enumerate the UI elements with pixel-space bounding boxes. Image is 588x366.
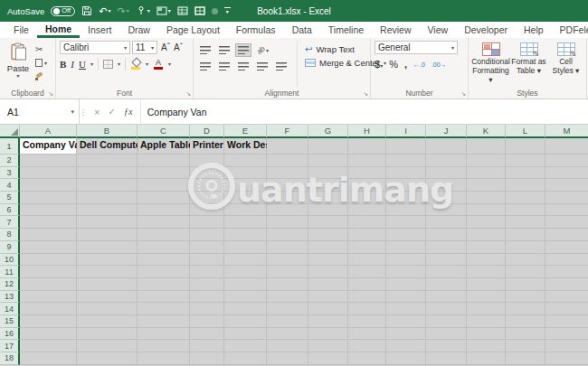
cell-F5[interactable] bbox=[267, 192, 308, 204]
cell-D1[interactable]: Printer bbox=[190, 138, 224, 155]
cell-I2[interactable] bbox=[386, 155, 426, 167]
cell-K10[interactable] bbox=[467, 254, 506, 267]
column-header-H[interactable]: H bbox=[348, 125, 386, 138]
cell-F11[interactable] bbox=[267, 266, 308, 278]
tab-developer[interactable]: Developer bbox=[456, 23, 516, 38]
column-header-B[interactable]: B bbox=[77, 125, 138, 138]
copy-button[interactable]: ▾ bbox=[35, 58, 47, 68]
increase-decimal-button[interactable]: ←.0 bbox=[413, 61, 425, 68]
cell-L6[interactable] bbox=[506, 204, 545, 217]
cell-M8[interactable] bbox=[545, 229, 588, 241]
cell-L14[interactable] bbox=[506, 303, 545, 315]
cell-I5[interactable] bbox=[386, 192, 426, 204]
cut-button[interactable]: ✂ bbox=[35, 44, 47, 54]
cell-H1[interactable] bbox=[348, 138, 386, 155]
cell-I18[interactable] bbox=[386, 352, 426, 365]
cell-M6[interactable] bbox=[545, 204, 588, 217]
cell-J8[interactable] bbox=[426, 229, 467, 241]
tab-draw[interactable]: Draw bbox=[119, 23, 158, 38]
cell-H13[interactable] bbox=[348, 291, 386, 304]
cell-K3[interactable] bbox=[467, 167, 506, 180]
cell-D14[interactable] bbox=[190, 303, 224, 315]
cell-H15[interactable] bbox=[348, 315, 386, 328]
cell-I1[interactable] bbox=[386, 138, 426, 155]
cell-B2[interactable] bbox=[77, 155, 138, 167]
paste-button[interactable]: Paste ▾ bbox=[4, 41, 33, 87]
cell-G1[interactable] bbox=[308, 138, 348, 155]
cell-B17[interactable] bbox=[77, 340, 138, 352]
cell-E13[interactable] bbox=[224, 291, 267, 304]
tab-page-layout[interactable]: Page Layout bbox=[158, 23, 228, 38]
cell-D13[interactable] bbox=[190, 291, 224, 304]
cell-G4[interactable] bbox=[308, 179, 348, 192]
format-as-table-button[interactable]: ✎ Format as Table ▾ bbox=[511, 41, 546, 87]
column-header-D[interactable]: D bbox=[190, 125, 224, 138]
cell-J1[interactable] bbox=[426, 138, 467, 155]
cell-A13[interactable] bbox=[20, 291, 77, 304]
cell-K13[interactable] bbox=[467, 291, 506, 304]
cell-F16[interactable] bbox=[267, 328, 308, 341]
bold-button[interactable]: B bbox=[60, 59, 66, 70]
cell-A4[interactable] bbox=[20, 179, 77, 192]
underline-button[interactable]: U bbox=[79, 59, 86, 70]
cell-G8[interactable] bbox=[308, 229, 348, 241]
quick-table-style-button[interactable]: ▾ bbox=[156, 5, 171, 16]
column-header-K[interactable]: K bbox=[467, 125, 506, 138]
cell-G3[interactable] bbox=[308, 167, 348, 180]
cell-M15[interactable] bbox=[545, 315, 588, 328]
cell-G17[interactable] bbox=[308, 340, 348, 352]
column-header-L[interactable]: L bbox=[506, 125, 545, 138]
cell-B10[interactable] bbox=[77, 254, 138, 267]
cell-I11[interactable] bbox=[386, 266, 426, 278]
cell-K9[interactable] bbox=[467, 241, 506, 254]
cell-L13[interactable] bbox=[506, 291, 545, 304]
alignment-dialog-launcher[interactable]: ↘ bbox=[363, 90, 368, 98]
cell-styles-button[interactable]: ✎ Cell Styles ▾ bbox=[548, 41, 583, 87]
cell-C9[interactable] bbox=[138, 241, 190, 254]
cell-M5[interactable] bbox=[545, 192, 588, 204]
cell-B8[interactable] bbox=[77, 229, 138, 241]
cell-I4[interactable] bbox=[386, 179, 426, 192]
select-all-button[interactable] bbox=[0, 125, 20, 138]
cell-L18[interactable] bbox=[506, 352, 545, 365]
cell-B13[interactable] bbox=[77, 291, 138, 304]
font-color-button[interactable]: A bbox=[153, 59, 164, 70]
cell-K17[interactable] bbox=[467, 340, 506, 352]
cell-M18[interactable] bbox=[545, 352, 588, 365]
name-box[interactable]: A1 ▾ bbox=[0, 99, 80, 124]
cell-A8[interactable] bbox=[20, 229, 77, 241]
tab-file[interactable]: File bbox=[5, 23, 37, 38]
table-button-2[interactable] bbox=[194, 5, 205, 16]
cell-J10[interactable] bbox=[426, 254, 467, 267]
cell-G18[interactable] bbox=[308, 352, 348, 365]
cell-A1[interactable]: Company Van bbox=[20, 138, 77, 155]
column-header-G[interactable]: G bbox=[308, 125, 348, 138]
row-header-17[interactable]: 17 bbox=[0, 340, 20, 352]
cell-D11[interactable] bbox=[190, 266, 224, 278]
cell-L12[interactable] bbox=[506, 278, 545, 291]
increase-indent-button[interactable] bbox=[273, 60, 289, 73]
cell-K14[interactable] bbox=[467, 303, 506, 315]
cell-C5[interactable] bbox=[138, 192, 190, 204]
cell-F13[interactable] bbox=[267, 291, 308, 304]
column-header-J[interactable]: J bbox=[426, 125, 467, 138]
cell-G9[interactable] bbox=[308, 241, 348, 254]
row-header-9[interactable]: 9 bbox=[0, 241, 20, 254]
cell-A7[interactable] bbox=[20, 216, 77, 229]
cell-H3[interactable] bbox=[348, 167, 386, 180]
cell-H11[interactable] bbox=[348, 266, 386, 278]
cell-C7[interactable] bbox=[138, 216, 190, 229]
middle-align-button[interactable] bbox=[216, 43, 232, 57]
cell-M14[interactable] bbox=[545, 303, 588, 315]
cell-I9[interactable] bbox=[386, 241, 426, 254]
cell-B1[interactable]: Dell Computer bbox=[77, 138, 138, 155]
formula-bar-grip[interactable]: ⋮ bbox=[80, 99, 87, 124]
cell-K11[interactable] bbox=[467, 266, 506, 278]
shrink-font-button[interactable]: Aˇ bbox=[174, 42, 183, 52]
cell-E9[interactable] bbox=[224, 241, 267, 254]
cell-D5[interactable] bbox=[190, 192, 224, 204]
cell-F8[interactable] bbox=[267, 229, 308, 241]
cell-G16[interactable] bbox=[308, 328, 348, 341]
format-painter-button[interactable] bbox=[35, 71, 47, 81]
cell-K2[interactable] bbox=[467, 155, 506, 167]
